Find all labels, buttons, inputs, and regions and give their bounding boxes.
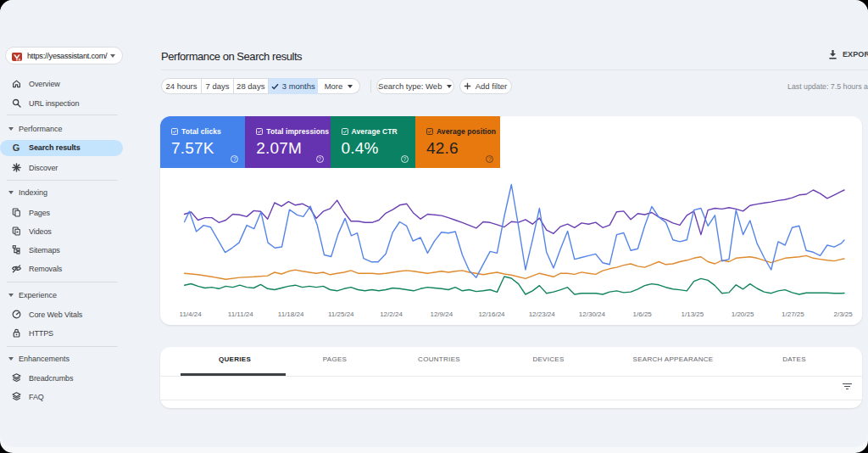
svg-text:11/11/24: 11/11/24 — [228, 310, 254, 318]
svg-text:1/13/25: 1/13/25 — [682, 310, 704, 318]
svg-text:1/20/25: 1/20/25 — [732, 310, 754, 318]
svg-text:2/3/25: 2/3/25 — [833, 310, 853, 318]
svg-text:12/30/24: 12/30/24 — [579, 310, 606, 318]
svg-text:12/16/24: 12/16/24 — [478, 310, 505, 318]
svg-text:11/18/24: 11/18/24 — [278, 310, 304, 318]
svg-text:12/2/24: 12/2/24 — [380, 310, 403, 318]
svg-text:11/4/24: 11/4/24 — [180, 310, 203, 318]
svg-text:12/9/24: 12/9/24 — [430, 310, 453, 318]
svg-text:11/25/24: 11/25/24 — [328, 310, 354, 318]
svg-text:1/27/25: 1/27/25 — [782, 310, 804, 318]
svg-text:1/6/25: 1/6/25 — [633, 310, 653, 318]
svg-text:12/23/24: 12/23/24 — [529, 310, 556, 318]
